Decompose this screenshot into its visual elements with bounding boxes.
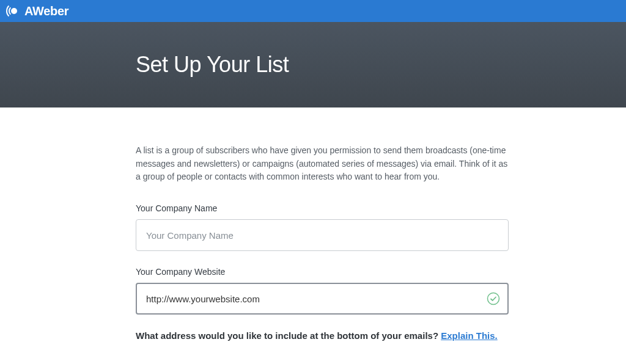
svg-point-0 — [488, 293, 499, 305]
main-content: A list is a group of subscribers who hav… — [136, 107, 509, 341]
checkmark-circle-icon — [487, 292, 500, 305]
company-name-label: Your Company Name — [136, 203, 509, 213]
page-title: Set Up Your List — [136, 52, 509, 78]
hero-banner: Set Up Your List — [0, 22, 626, 107]
company-website-label: Your Company Website — [136, 267, 509, 277]
company-website-input[interactable] — [136, 283, 509, 315]
company-name-input[interactable] — [136, 219, 509, 251]
address-question-row: What address would you like to include a… — [136, 330, 509, 341]
brand-logo[interactable]: AWeber — [6, 4, 68, 18]
intro-text: A list is a group of subscribers who hav… — [136, 144, 509, 184]
brand-icon — [6, 4, 22, 18]
address-question-text: What address would you like to include a… — [136, 330, 441, 341]
explain-this-link[interactable]: Explain This. — [441, 330, 498, 341]
topbar: AWeber — [0, 0, 626, 22]
brand-name: AWeber — [24, 4, 68, 18]
